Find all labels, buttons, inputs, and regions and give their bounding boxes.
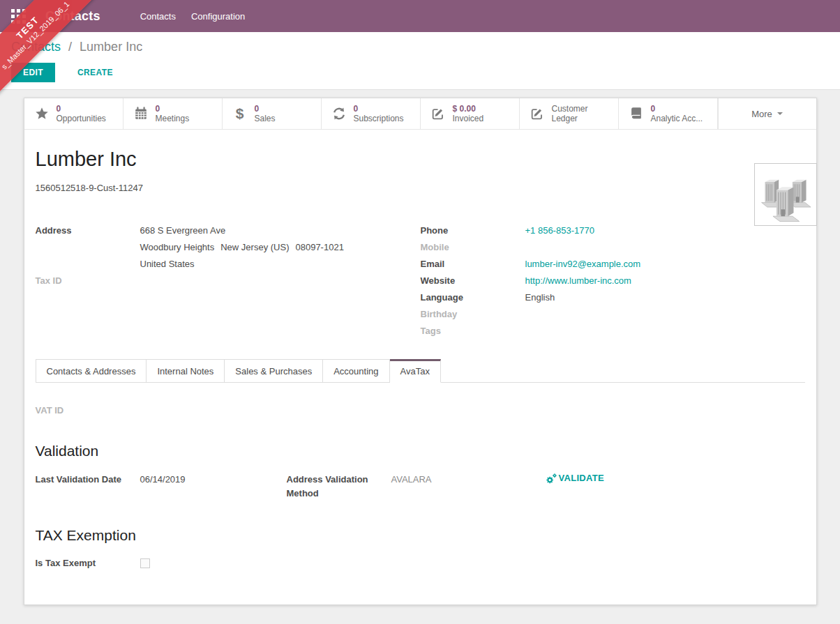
tags-label: Tags [421,323,525,340]
book-icon [628,106,645,121]
language-value: English [525,289,555,306]
stat-value: 0 [255,104,276,114]
stat-value: 0 [156,104,190,114]
fields-left-column: Address 668 S Evergreen Ave Woodbury Hei… [36,222,421,340]
stat-value: 0 [651,104,703,114]
address-validation-method-label: Address Validation Method [287,473,391,501]
more-button[interactable]: More [718,98,816,129]
last-validation-date-value: 06/14/2019 [140,473,186,501]
address-street: 668 S Evergreen Ave [140,222,344,239]
caret-down-icon [777,112,783,115]
is-tax-exempt-checkbox[interactable] [140,558,150,568]
address-country: United States [140,256,344,273]
field-address: Address 668 S Evergreen Ave Woodbury Hei… [36,222,421,273]
partner-fields: Address 668 S Evergreen Ave Woodbury Hei… [36,222,805,340]
cogs-icon [545,473,557,485]
validation-group-title: Validation [36,443,805,459]
edit-note-icon [529,106,546,121]
form-sheet: 0Opportunities 0Meetings $ 0Sales 0S [24,98,817,605]
address-city-line: Woodbury HeightsNew Jersey (US)08097-102… [140,239,344,256]
field-language: Language English [421,289,805,306]
sheet-body: Lumber Inc 1560512518-9-Cust-11247 Addre… [24,147,816,569]
last-validation-date-label: Last Validation Date [36,473,140,501]
more-button-label: More [751,109,772,119]
stat-value: 0 [354,104,404,114]
odoo-contacts-screen: Contacts Contacts Configuration Contacts… [0,0,840,624]
top-navbar: Contacts Contacts Configuration [0,0,840,32]
buildings-image [757,166,814,223]
website-link[interactable]: http://www.lumber-inc.com [525,273,631,289]
tab-avatax[interactable]: AvaTax [390,359,441,383]
language-label: Language [421,289,525,306]
fields-right-column: Phone +1 856-853-1770 Mobile Email lumbe… [421,222,805,340]
stat-button-customer-ledger[interactable]: Customer Ledger [520,98,619,129]
stat-label: Invoiced [453,114,484,123]
star-icon [33,106,50,121]
stat-label: Analytic Acc... [651,114,703,123]
mobile-label: Mobile [421,239,525,256]
address-validation-method-value: AVALARA [391,473,432,501]
tab-internal-notes[interactable]: Internal Notes [147,359,225,383]
control-panel: Contacts / Lumber Inc EDIT CREATE Action [0,32,840,90]
tax-id-label: Tax ID [36,273,140,289]
avatax-tab-content: VAT ID Validation Last Validation Date 0… [36,383,805,569]
stat-button-sales[interactable]: $ 0Sales [223,98,322,129]
content-area: 0Opportunities 0Meetings $ 0Sales 0S [0,90,840,605]
field-phone: Phone +1 856-853-1770 [421,222,805,239]
stat-label: Subscriptions [354,114,404,123]
tab-contacts-addresses[interactable]: Contacts & Addresses [36,359,147,383]
control-panel-buttons: EDIT CREATE [11,63,829,82]
field-tax-id: Tax ID [36,273,421,289]
vat-id-label: VAT ID [36,405,140,416]
stat-button-row: 0Opportunities 0Meetings $ 0Sales 0S [24,98,816,130]
field-mobile: Mobile [421,239,805,256]
email-link[interactable]: lumber-inv92@example.com [525,256,641,273]
email-label: Email [421,256,525,273]
field-website: Website http://www.lumber-inc.com [421,273,805,289]
breadcrumb-separator: / [68,40,72,54]
field-vat-id: VAT ID [36,405,805,416]
stat-button-meetings[interactable]: 0Meetings [123,98,223,129]
phone-link[interactable]: +1 856-853-1770 [525,222,594,239]
partner-name: Lumber Inc [36,147,805,171]
validation-fields-row: Last Validation Date 06/14/2019 Address … [36,473,805,501]
tab-accounting[interactable]: Accounting [323,359,389,383]
create-button[interactable]: CREATE [73,67,117,78]
refresh-icon [331,106,347,121]
stat-button-analytic-accounts[interactable]: 0Analytic Acc... [619,98,718,129]
nav-item-configuration[interactable]: Configuration [183,7,253,26]
field-last-validation-date: Last Validation Date 06/14/2019 [36,473,287,501]
stat-label: Sales [255,114,276,123]
address-label: Address [36,222,140,273]
partner-reference: 1560512518-9-Cust-11247 [36,183,805,193]
notebook-tabbar: Contacts & Addresses Internal Notes Sale… [36,359,805,383]
validate-button[interactable]: VALIDATE [545,473,604,487]
field-tags: Tags [421,323,805,340]
tab-sales-purchases[interactable]: Sales & Purchases [225,359,323,383]
calendar-icon [133,106,149,121]
stat-value: $ 0.00 [453,104,484,114]
dollar-icon: $ [232,105,248,122]
address-zip: 08097-1021 [295,242,343,252]
stat-button-opportunities[interactable]: 0Opportunities [24,98,123,129]
phone-label: Phone [421,222,525,239]
breadcrumb-current: Lumber Inc [80,40,142,54]
company-avatar [754,163,817,226]
nav-menu: Contacts Configuration [133,7,253,26]
address-value: 668 S Evergreen Ave Woodbury HeightsNew … [140,222,344,273]
is-tax-exempt-label: Is Tax Exempt [36,558,140,569]
website-label: Website [421,273,525,289]
birthday-label: Birthday [421,306,525,323]
stat-button-invoiced[interactable]: $ 0.00Invoiced [421,98,520,129]
stat-button-subscriptions[interactable]: 0Subscriptions [322,98,421,129]
stat-value: 0 [57,104,106,114]
stat-label: Meetings [156,114,190,123]
field-address-validation-method: Address Validation Method AVALARA [287,473,545,501]
address-state: New Jersey (US) [220,242,289,252]
breadcrumb: Contacts / Lumber Inc [11,40,829,54]
nav-item-contacts[interactable]: Contacts [133,7,183,26]
address-city: Woodbury Heights [140,242,215,252]
field-email: Email lumber-inv92@example.com [421,256,805,273]
tax-exemption-group-title: TAX Exemption [36,527,805,544]
stat-label: Customer Ledger [552,104,614,123]
